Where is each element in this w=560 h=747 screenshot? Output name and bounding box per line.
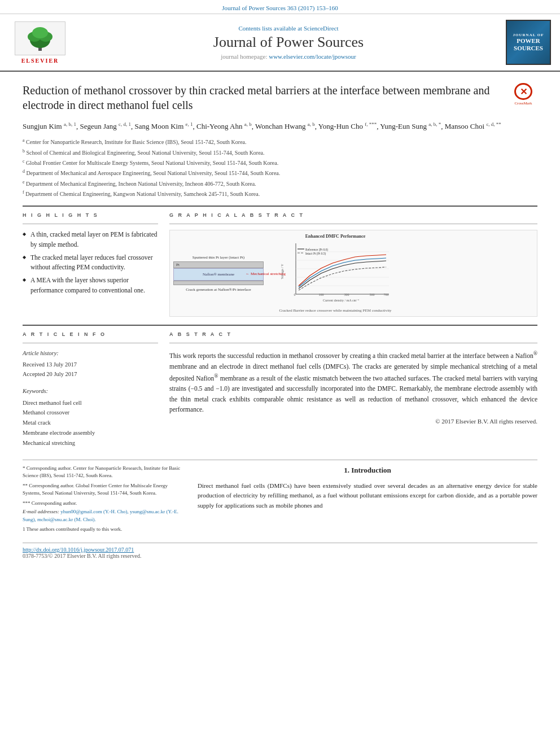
svg-text:300: 300 (344, 293, 349, 296)
article-info-abstract-section: A R T I C L E I N F O Article history: R… (23, 331, 537, 448)
email-label: E-mail addresses: (23, 509, 59, 514)
middle-divider (23, 325, 537, 326)
ga-diagram-section: Sputtered thin Pt layer (intact Pt) Pt N… (173, 255, 264, 292)
intro-title: 1. Introduction (198, 465, 537, 477)
attached-word: attached (384, 375, 406, 382)
doi-link[interactable]: http://dx.doi.org/10.1016/j.jpowsour.201… (23, 547, 134, 553)
highlights-column: H I G H L I G H T S A thin, cracked meta… (23, 212, 158, 317)
sciencedirect-link-text[interactable]: ScienceDirect (304, 25, 339, 32)
ga-inner: Sputtered thin Pt layer (intact Pt) Pt N… (173, 234, 533, 313)
ga-performance-chart: 0 100 300 500 700 Current density / mA c… (279, 241, 392, 308)
article-info-column: A R T I C L E I N F O Article history: R… (23, 331, 158, 448)
crossmark-label: CrossMark (514, 101, 532, 106)
accepted-date: Accepted 20 July 2017 (23, 370, 158, 379)
article-info-header: A R T I C L E I N F O (23, 331, 158, 337)
svg-text:Reference (Pt 0.0): Reference (Pt 0.0) (305, 248, 328, 252)
power-sources-logo: JOURNAL OF POWER SOURCES (506, 20, 551, 65)
ga-nafion-diagram: Pt Nafion® membrane ← Mechanical stretch… (173, 261, 264, 285)
footnotes-intro-section: * Corresponding author. Center for Nanop… (23, 460, 537, 534)
article-info-divider (23, 343, 158, 343)
svg-text:100: 100 (319, 293, 324, 296)
footnotes-column: * Corresponding author. Center for Nanop… (23, 465, 181, 534)
elsevier-brand-text: ELSEVIER (21, 58, 59, 64)
doi-copyright: 0378-7753/© 2017 Elsevier B.V. All right… (23, 553, 141, 559)
highlight-item-3: A MEA with the layer shows superior perf… (23, 276, 158, 295)
journal-name: Journal of Power Sources (71, 34, 506, 51)
graphical-abstract-divider (169, 224, 537, 224)
received-date: Received 13 July 2017 (23, 360, 158, 370)
graphical-abstract-header: G R A P H I C A L A B S T R A C T (169, 212, 537, 218)
svg-text:Intact Pt (Pt 0.5): Intact Pt (Pt 0.5) (305, 252, 326, 256)
ga-bottom-layer (173, 281, 264, 285)
highlight-item-2: The cracked metal layer reduces fuel cro… (23, 253, 158, 273)
keyword-5: Mechanical stretching (23, 438, 158, 448)
authors-line: Sungjun Kim a, b, 1, Segeun Jang c, d, 1… (23, 120, 537, 133)
highlights-list: A thin, cracked metal layer on PEM is fa… (23, 230, 158, 295)
graphical-abstract-content: Sputtered thin Pt layer (intact Pt) Pt N… (169, 230, 537, 317)
abstract-text: This work reports the successful reducti… (169, 349, 537, 414)
ga-crack-label: Crack generation at Nafion®/Pt interface (186, 287, 251, 292)
highlights-divider (23, 224, 158, 224)
doi-footer: http://dx.doi.org/10.1016/j.jpowsour.201… (23, 543, 537, 559)
keyword-3: Metal crack (23, 418, 158, 428)
corresponding-2: ** Corresponding author. Global Frontier… (23, 482, 181, 497)
svg-text:700: 700 (384, 293, 389, 296)
intro-text: Direct methanol fuel cells (DMFCs) have … (198, 481, 537, 511)
article-title: Reduction of methanol crossover by thin … (23, 83, 537, 112)
affiliations-section: a Center for Nanoparticle Research, Inst… (23, 137, 537, 199)
svg-text:Current density / mA cm⁻²: Current density / mA cm⁻² (323, 299, 359, 302)
journal-center: Contents lists available at ScienceDirec… (71, 25, 506, 60)
ga-pt-layer: Pt (173, 261, 264, 268)
abstract-copyright: © 2017 Elsevier B.V. All rights reserved… (169, 418, 537, 425)
svg-text:500: 500 (370, 293, 375, 296)
keyword-1: Direct methanol fuel cell (23, 398, 158, 408)
abstract-column: A B S T R A C T This work reports the su… (169, 331, 537, 448)
ga-nafion-layer: Nafion® membrane ← Mechanical stretching (173, 268, 264, 281)
page: Journal of Power Sources 363 (2017) 153–… (0, 0, 560, 747)
keywords-title: Keywords: (23, 386, 158, 396)
article-history-title: Article history: (23, 349, 158, 359)
svg-point-4 (32, 27, 48, 38)
highlights-graphical-section: H I G H L I G H T S A thin, cracked meta… (23, 212, 537, 317)
introduction-column: 1. Introduction Direct methanol fuel cel… (198, 465, 537, 534)
article-history: Article history: Received 13 July 2017 A… (23, 349, 158, 379)
crossmark-badge: ✕ CrossMark (509, 83, 537, 106)
introduction-section: 1. Introduction Direct methanol fuel cel… (198, 465, 537, 511)
journal-header: ELSEVIER Contents lists available at Sci… (0, 14, 560, 72)
journal-ref-text: Journal of Power Sources 363 (2017) 153–… (222, 5, 338, 11)
keywords-section: Keywords: Direct methanol fuel cell Meth… (23, 386, 158, 448)
sciencedirect-label: Contents lists available at ScienceDirec… (71, 25, 506, 32)
ps-logo-top: JOURNAL OF (513, 33, 544, 37)
ga-enhanced-label: Enhanced DMFC Performance (305, 234, 366, 239)
keyword-2: Methanol crossover (23, 408, 158, 418)
journal-reference-bar: Journal of Power Sources 363 (2017) 153–… (0, 0, 560, 14)
ps-logo-title: POWER SOURCES (507, 37, 550, 52)
abstract-divider (169, 343, 537, 343)
elsevier-logo: ELSEVIER (9, 21, 71, 64)
elsevier-tree-icon (15, 21, 65, 55)
abstract-header: A B S T R A C T (169, 331, 537, 337)
highlight-item-1: A thin, cracked metal layer on PEM is fa… (23, 230, 158, 250)
crossmark-icon: ✕ (514, 83, 532, 100)
email-addresses: E-mail addresses: yhun00@gmail.com (Y.-H… (23, 508, 181, 523)
article-content: Reduction of methanol crossover by thin … (0, 72, 560, 570)
main-divider (23, 206, 537, 207)
ga-chart-section: Enhanced DMFC Performance (279, 234, 392, 313)
journal-homepage: journal homepage: www.elsevier.com/locat… (71, 53, 506, 60)
svg-text:0: 0 (294, 293, 296, 296)
corresponding-1: * Corresponding author. Center for Nanop… (23, 465, 181, 480)
highlights-header: H I G H L I G H T S (23, 212, 158, 218)
ga-caption: Cracked Barrier reduce crossover while m… (279, 308, 391, 313)
corresponding-3: *** Corresponding author. (23, 500, 181, 508)
equal-contrib: 1 These authors contributed equally to t… (23, 526, 181, 534)
article-title-section: Reduction of methanol crossover by thin … (23, 83, 537, 112)
journal-homepage-link[interactable]: www.elsevier.com/locate/jpowsour (269, 53, 356, 60)
ga-sputtered-label: Sputtered thin Pt layer (intact Pt) (193, 255, 244, 260)
keyword-4: Membrane electrode assembly (23, 428, 158, 438)
graphical-abstract-column: G R A P H I C A L A B S T R A C T Sputte… (169, 212, 537, 317)
ga-arrow-label: ← Mechanical stretching (240, 272, 286, 276)
